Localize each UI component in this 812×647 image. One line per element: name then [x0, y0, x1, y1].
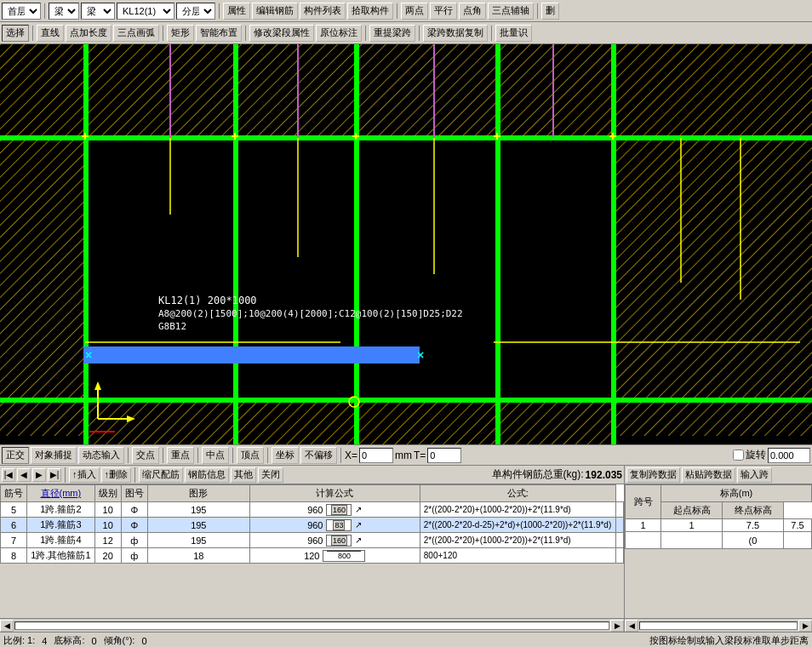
- paste-span-data-button[interactable]: 粘贴跨数据: [682, 467, 735, 483]
- point-angle-button[interactable]: 点角: [459, 3, 486, 20]
- point-add-length-button[interactable]: 点加长度: [66, 25, 112, 42]
- modify-span-button[interactable]: 修改梁段属性: [249, 25, 314, 42]
- rect-button[interactable]: 矩形: [167, 25, 194, 42]
- line-button[interactable]: 直线: [37, 25, 64, 42]
- sep1: [44, 3, 45, 19]
- dynamic-input-button[interactable]: 动态输入: [78, 447, 124, 464]
- col-end-height: 终点标高: [723, 502, 784, 519]
- scale-value: 4: [42, 636, 47, 646]
- three-point-axis-button[interactable]: 三点辅轴: [488, 3, 534, 20]
- sep16: [340, 448, 341, 463]
- data-panel: |◀ ◀ ▶ ▶| ↑插入 ↑删除 缩尺配筋 钢筋信息 其他 关闭 单构件钢筋总…: [0, 465, 812, 632]
- right-scroll-right-button[interactable]: ▶: [798, 620, 812, 632]
- cell-span-num: 1: [626, 519, 661, 532]
- intersect-button[interactable]: 交点: [132, 447, 159, 464]
- svg-rect-8: [83, 44, 89, 444]
- ortho-button[interactable]: 正交: [2, 447, 29, 464]
- component-type-select[interactable]: 梁: [49, 3, 79, 20]
- layer2-select[interactable]: 分层1: [176, 3, 215, 20]
- cell-shape-num: 195: [147, 502, 249, 518]
- cell-grade: Φ: [121, 502, 147, 518]
- input-span-button[interactable]: 输入跨: [737, 467, 772, 483]
- scroll-right-button[interactable]: ▶: [610, 620, 624, 632]
- svg-text:G8B12: G8B12: [158, 321, 186, 332]
- svg-rect-4: [0, 138, 85, 436]
- rebar-info-button[interactable]: 钢筋信息: [185, 467, 229, 483]
- kl-select[interactable]: KL12(1): [117, 3, 174, 20]
- cell-name: 1跨.箍筋4: [27, 533, 95, 548]
- edit-rebar-button[interactable]: 编辑钢筋: [252, 3, 298, 20]
- col-header-formula: 计算公式: [249, 485, 420, 502]
- table-row[interactable]: 1 1 7.5 7.5: [626, 519, 812, 532]
- svg-rect-38: [355, 133, 357, 140]
- cell-diameter: 12: [94, 533, 121, 548]
- component-list-button[interactable]: 构件列表: [300, 3, 346, 20]
- svg-rect-9: [233, 44, 238, 444]
- rotate-input[interactable]: [768, 448, 810, 463]
- origin-mark-button[interactable]: 原位标注: [316, 25, 362, 42]
- right-scroll-left-button[interactable]: ◀: [625, 620, 638, 632]
- cell-formula: 800+120: [420, 548, 615, 564]
- batch-button[interactable]: 批量识: [495, 25, 532, 42]
- table-row[interactable]: 6 1跨.箍筋3 10 Φ 195 960 83 ↗: [1, 518, 624, 533]
- svg-rect-27: [83, 346, 420, 364]
- shrink-rebar-button[interactable]: 缩尺配筋: [139, 467, 183, 483]
- cell-shape: 960 83 ↗: [249, 518, 420, 533]
- right-h-scrollbar[interactable]: ◀ ▶: [625, 618, 812, 632]
- h-scrollbar[interactable]: ◀ ▶: [0, 618, 624, 632]
- scroll-left-button[interactable]: ◀: [0, 620, 14, 632]
- table-row[interactable]: 7 1跨.箍筋4 12 ф 195 960 160 ↗: [1, 533, 624, 548]
- copy-span-button[interactable]: 梁跨数据复制: [423, 25, 488, 42]
- cell-formula2: [615, 533, 623, 548]
- sep12: [163, 448, 163, 463]
- delete-row-button[interactable]: ↑删除: [101, 467, 132, 483]
- other-button[interactable]: 其他: [231, 467, 256, 483]
- insert-button[interactable]: ↑插入: [69, 467, 100, 483]
- svg-text:×: ×: [85, 348, 92, 362]
- col-header-formula2: 公式:: [420, 485, 615, 502]
- svg-rect-36: [234, 133, 236, 140]
- top-button[interactable]: 顶点: [237, 447, 264, 464]
- properties-button[interactable]: 属性: [223, 3, 250, 20]
- svg-rect-42: [612, 133, 614, 140]
- sep3: [397, 3, 397, 19]
- y-label: T=: [414, 449, 426, 461]
- lift-beam-button[interactable]: 重提梁跨: [369, 25, 415, 42]
- two-point-button[interactable]: 两点: [401, 3, 428, 20]
- angle-value: 0: [141, 636, 146, 646]
- midpoint-button[interactable]: 重点: [167, 447, 194, 464]
- svg-text:KL12(1) 200*1000: KL12(1) 200*1000: [158, 295, 257, 306]
- pick-component-button[interactable]: 拾取构件: [347, 3, 393, 20]
- x-input[interactable]: [359, 448, 393, 463]
- nav-last-button[interactable]: ▶|: [48, 468, 61, 482]
- object-snap-button[interactable]: 对象捕捉: [31, 447, 77, 464]
- parallel-button[interactable]: 平行: [430, 3, 457, 20]
- layer-select[interactable]: 首层: [2, 3, 41, 20]
- nav-first-button[interactable]: |◀: [2, 468, 15, 482]
- cell-shape-num: 18: [147, 548, 249, 564]
- table-row[interactable]: 8 1跨.其他箍筋1 20 ф 18 120 800: [1, 548, 624, 564]
- span-table: 跨号 标高(m) 起点标高 终点标高 1 1 7.5 7.5: [625, 484, 812, 549]
- select-button[interactable]: 选择: [2, 25, 29, 42]
- nav-prev-button[interactable]: ◀: [17, 468, 31, 482]
- coordinate-button[interactable]: 坐标: [272, 447, 299, 464]
- table-row[interactable]: 5 1跨.箍筋2 10 Φ 195 960 160 ↗: [1, 502, 624, 518]
- table-scroll[interactable]: 筋号 直径(mm) 级别 图号 图形 计算公式 公式: 5 1跨.箍筋2 10: [0, 484, 624, 618]
- y-input[interactable]: [427, 448, 461, 463]
- status-note: 按图标绘制或输入梁段标准取单步距离: [649, 634, 809, 647]
- no-move-button[interactable]: 不偏移: [300, 447, 337, 464]
- cell-formula: 2*((200-2*20)+(1000-2*20))+2*(11.9*d): [420, 533, 615, 548]
- three-arc-button[interactable]: 三点画弧: [113, 25, 159, 42]
- rotate-checkbox[interactable]: [733, 449, 744, 461]
- smart-layout-button[interactable]: 智能布置: [196, 25, 242, 42]
- cell-formula: 2*((200-2*20)+(1000-2*20))+2*(11.9*d): [420, 502, 615, 518]
- delete-button[interactable]: 删: [541, 3, 559, 20]
- nav-next-button[interactable]: ▶: [32, 468, 46, 482]
- center-button[interactable]: 中点: [202, 447, 229, 464]
- copy-span-data-button[interactable]: 复制跨数据: [626, 467, 680, 483]
- svg-text:×: ×: [417, 348, 424, 362]
- cell-id: 8: [1, 548, 27, 564]
- canvas-area[interactable]: × × KL12(1) 200*1000 A8@200(2)[1500];10@…: [0, 44, 812, 444]
- component-name-select[interactable]: 梁: [81, 3, 115, 20]
- close-button[interactable]: 关闭: [258, 467, 283, 483]
